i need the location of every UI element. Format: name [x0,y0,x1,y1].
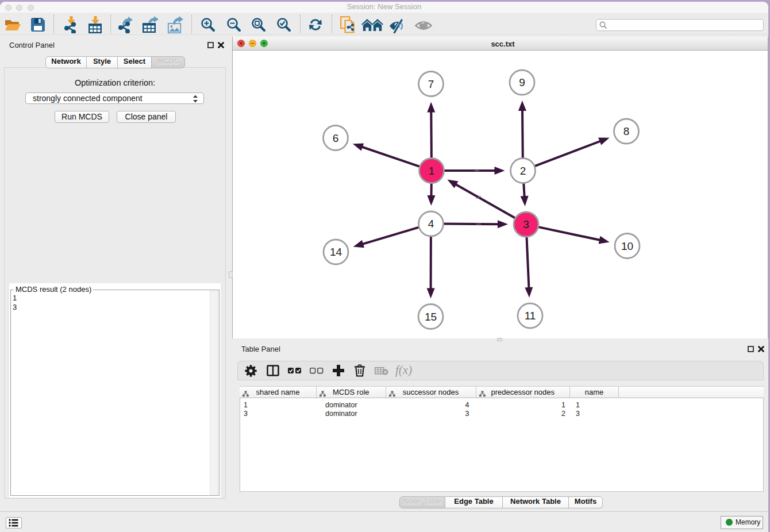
svg-text:8: 8 [623,125,630,137]
svg-text:11: 11 [525,310,536,322]
svg-text:1: 1 [429,165,435,177]
svg-text:6: 6 [333,132,339,144]
svg-text:3: 3 [523,218,529,230]
svg-text:15: 15 [425,311,437,323]
svg-text:14: 14 [330,246,342,258]
svg-text:7: 7 [428,78,434,90]
svg-text:4: 4 [428,218,434,230]
svg-text:10: 10 [621,240,633,252]
svg-text:9: 9 [519,76,525,88]
svg-text:2: 2 [520,165,526,177]
